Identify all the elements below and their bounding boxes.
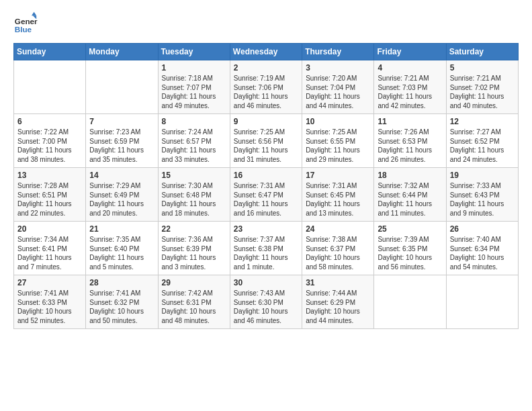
day-header-monday: Monday <box>86 44 158 60</box>
calendar-cell <box>446 275 518 329</box>
calendar-cell: 17Sunrise: 7:31 AM Sunset: 6:45 PM Dayli… <box>302 168 374 222</box>
day-info: Sunrise: 7:28 AM Sunset: 6:51 PM Dayligh… <box>17 181 82 218</box>
day-info: Sunrise: 7:36 AM Sunset: 6:39 PM Dayligh… <box>162 235 226 271</box>
calendar-cell: 10Sunrise: 7:25 AM Sunset: 6:55 PM Dayli… <box>302 114 374 168</box>
day-header-thursday: Thursday <box>302 44 374 60</box>
day-info: Sunrise: 7:31 AM Sunset: 6:47 PM Dayligh… <box>234 181 298 218</box>
day-info: Sunrise: 7:34 AM Sunset: 6:41 PM Dayligh… <box>17 235 82 271</box>
day-number: 3 <box>306 63 370 73</box>
day-info: Sunrise: 7:18 AM Sunset: 7:07 PM Dayligh… <box>162 74 226 110</box>
day-number: 11 <box>378 117 442 126</box>
day-info: Sunrise: 7:27 AM Sunset: 6:52 PM Dayligh… <box>450 128 515 164</box>
day-number: 12 <box>450 117 515 126</box>
day-number: 13 <box>17 171 82 180</box>
day-info: Sunrise: 7:30 AM Sunset: 6:48 PM Dayligh… <box>162 181 226 218</box>
logo: General Blue <box>13 11 38 35</box>
day-info: Sunrise: 7:24 AM Sunset: 6:57 PM Dayligh… <box>162 128 226 164</box>
day-number: 5 <box>450 63 515 73</box>
svg-text:Blue: Blue <box>15 25 32 34</box>
calendar-cell: 24Sunrise: 7:38 AM Sunset: 6:37 PM Dayli… <box>302 222 374 275</box>
calendar-cell: 23Sunrise: 7:37 AM Sunset: 6:38 PM Dayli… <box>230 222 302 275</box>
day-number: 7 <box>89 117 154 126</box>
day-number: 23 <box>234 224 298 234</box>
day-info: Sunrise: 7:33 AM Sunset: 6:43 PM Dayligh… <box>450 181 515 218</box>
day-info: Sunrise: 7:40 AM Sunset: 6:34 PM Dayligh… <box>450 235 515 271</box>
calendar-cell: 22Sunrise: 7:36 AM Sunset: 6:39 PM Dayli… <box>158 222 230 275</box>
calendar-cell: 14Sunrise: 7:29 AM Sunset: 6:49 PM Dayli… <box>86 168 158 222</box>
calendar-body: 1Sunrise: 7:18 AM Sunset: 7:07 PM Daylig… <box>14 60 519 329</box>
calendar-table: SundayMondayTuesdayWednesdayThursdayFrid… <box>13 43 519 329</box>
calendar-week-row: 20Sunrise: 7:34 AM Sunset: 6:41 PM Dayli… <box>14 222 519 275</box>
calendar-cell: 11Sunrise: 7:26 AM Sunset: 6:53 PM Dayli… <box>374 114 446 168</box>
calendar-cell: 29Sunrise: 7:42 AM Sunset: 6:31 PM Dayli… <box>158 275 230 329</box>
day-info: Sunrise: 7:22 AM Sunset: 7:00 PM Dayligh… <box>17 128 82 164</box>
day-number: 4 <box>378 63 442 73</box>
day-number: 2 <box>234 63 298 73</box>
calendar-cell: 3Sunrise: 7:20 AM Sunset: 7:04 PM Daylig… <box>302 60 374 114</box>
calendar-cell <box>14 60 86 114</box>
calendar-cell: 4Sunrise: 7:21 AM Sunset: 7:03 PM Daylig… <box>374 60 446 114</box>
day-info: Sunrise: 7:23 AM Sunset: 6:59 PM Dayligh… <box>89 128 154 164</box>
day-number: 15 <box>162 171 226 180</box>
day-info: Sunrise: 7:42 AM Sunset: 6:31 PM Dayligh… <box>162 289 226 325</box>
day-info: Sunrise: 7:25 AM Sunset: 6:55 PM Dayligh… <box>306 128 370 164</box>
calendar-cell: 31Sunrise: 7:44 AM Sunset: 6:29 PM Dayli… <box>302 275 374 329</box>
day-number: 31 <box>306 278 370 287</box>
calendar-cell: 16Sunrise: 7:31 AM Sunset: 6:47 PM Dayli… <box>230 168 302 222</box>
day-number: 6 <box>17 117 82 126</box>
day-info: Sunrise: 7:38 AM Sunset: 6:37 PM Dayligh… <box>306 235 370 271</box>
day-header-sunday: Sunday <box>14 44 86 60</box>
day-info: Sunrise: 7:21 AM Sunset: 7:03 PM Dayligh… <box>378 74 442 110</box>
svg-text:General: General <box>15 17 38 26</box>
calendar-week-row: 1Sunrise: 7:18 AM Sunset: 7:07 PM Daylig… <box>14 60 519 114</box>
page-header: General Blue <box>13 11 519 35</box>
day-info: Sunrise: 7:26 AM Sunset: 6:53 PM Dayligh… <box>378 128 442 164</box>
calendar-week-row: 6Sunrise: 7:22 AM Sunset: 7:00 PM Daylig… <box>14 114 519 168</box>
calendar-cell: 27Sunrise: 7:41 AM Sunset: 6:33 PM Dayli… <box>14 275 86 329</box>
day-info: Sunrise: 7:35 AM Sunset: 6:40 PM Dayligh… <box>89 235 154 271</box>
day-info: Sunrise: 7:39 AM Sunset: 6:35 PM Dayligh… <box>378 235 442 271</box>
day-info: Sunrise: 7:31 AM Sunset: 6:45 PM Dayligh… <box>306 181 370 218</box>
day-number: 28 <box>89 278 154 287</box>
day-header-tuesday: Tuesday <box>158 44 230 60</box>
calendar-cell: 30Sunrise: 7:43 AM Sunset: 6:30 PM Dayli… <box>230 275 302 329</box>
logo-icon: General Blue <box>13 11 38 35</box>
day-info: Sunrise: 7:43 AM Sunset: 6:30 PM Dayligh… <box>234 289 298 325</box>
calendar-cell: 26Sunrise: 7:40 AM Sunset: 6:34 PM Dayli… <box>446 222 518 275</box>
calendar-cell: 21Sunrise: 7:35 AM Sunset: 6:40 PM Dayli… <box>86 222 158 275</box>
day-number: 18 <box>378 171 442 180</box>
day-info: Sunrise: 7:41 AM Sunset: 6:33 PM Dayligh… <box>17 289 82 325</box>
day-info: Sunrise: 7:44 AM Sunset: 6:29 PM Dayligh… <box>306 289 370 325</box>
day-number: 26 <box>450 224 515 234</box>
day-header-saturday: Saturday <box>446 44 518 60</box>
day-info: Sunrise: 7:20 AM Sunset: 7:04 PM Dayligh… <box>306 74 370 110</box>
day-number: 16 <box>234 171 298 180</box>
day-number: 20 <box>17 224 82 234</box>
day-number: 14 <box>89 171 154 180</box>
day-number: 30 <box>234 278 298 287</box>
day-info: Sunrise: 7:37 AM Sunset: 6:38 PM Dayligh… <box>234 235 298 271</box>
day-info: Sunrise: 7:19 AM Sunset: 7:06 PM Dayligh… <box>234 74 298 110</box>
svg-marker-2 <box>32 12 36 15</box>
day-header-wednesday: Wednesday <box>230 44 302 60</box>
calendar-week-row: 27Sunrise: 7:41 AM Sunset: 6:33 PM Dayli… <box>14 275 519 329</box>
calendar-week-row: 13Sunrise: 7:28 AM Sunset: 6:51 PM Dayli… <box>14 168 519 222</box>
calendar-cell: 5Sunrise: 7:21 AM Sunset: 7:02 PM Daylig… <box>446 60 518 114</box>
day-number: 17 <box>306 171 370 180</box>
calendar-cell: 28Sunrise: 7:41 AM Sunset: 6:32 PM Dayli… <box>86 275 158 329</box>
day-number: 27 <box>17 278 82 287</box>
calendar-cell: 20Sunrise: 7:34 AM Sunset: 6:41 PM Dayli… <box>14 222 86 275</box>
day-number: 24 <box>306 224 370 234</box>
calendar-cell: 9Sunrise: 7:25 AM Sunset: 6:56 PM Daylig… <box>230 114 302 168</box>
day-number: 21 <box>89 224 154 234</box>
day-number: 19 <box>450 171 515 180</box>
day-number: 1 <box>162 63 226 73</box>
day-number: 25 <box>378 224 442 234</box>
day-info: Sunrise: 7:21 AM Sunset: 7:02 PM Dayligh… <box>450 74 515 110</box>
day-info: Sunrise: 7:32 AM Sunset: 6:44 PM Dayligh… <box>378 181 442 218</box>
calendar-header-row: SundayMondayTuesdayWednesdayThursdayFrid… <box>14 44 519 60</box>
calendar-cell: 2Sunrise: 7:19 AM Sunset: 7:06 PM Daylig… <box>230 60 302 114</box>
calendar-cell: 25Sunrise: 7:39 AM Sunset: 6:35 PM Dayli… <box>374 222 446 275</box>
day-number: 29 <box>162 278 226 287</box>
calendar-cell: 1Sunrise: 7:18 AM Sunset: 7:07 PM Daylig… <box>158 60 230 114</box>
